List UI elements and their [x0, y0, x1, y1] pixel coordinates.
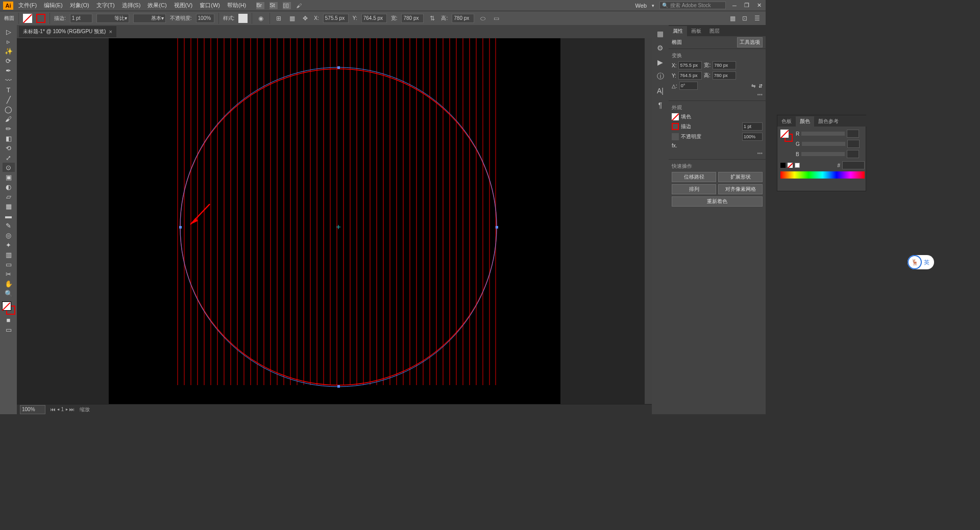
magic-wand-tool[interactable]: ✨: [3, 46, 15, 56]
shape-icon[interactable]: ⬭: [478, 14, 487, 23]
x-input[interactable]: 575.5 px: [323, 14, 349, 23]
hand-tool[interactable]: ✋: [3, 279, 15, 288]
stroke-swatch[interactable]: [36, 14, 45, 23]
arrange-icon[interactable]: ▯▯: [283, 2, 291, 9]
mesh-tool[interactable]: ▦: [3, 201, 15, 211]
selection-tool[interactable]: ▷: [3, 27, 15, 36]
flip-h-icon[interactable]: ⇋: [751, 83, 755, 89]
direct-selection-tool[interactable]: ▹: [3, 37, 15, 46]
expand-shape-button[interactable]: 扩展形状: [718, 172, 763, 182]
document-profile[interactable]: Web: [635, 3, 647, 9]
info-icon[interactable]: ⓘ: [655, 71, 666, 82]
transform-icon[interactable]: ▦: [287, 14, 297, 23]
style-swatch[interactable]: [238, 14, 248, 23]
brush-definition[interactable]: 基本 ▾: [133, 14, 166, 23]
shape-builder-tool[interactable]: ◐: [3, 182, 15, 191]
panel-menu-icon[interactable]: ☰: [752, 14, 762, 23]
blend-tool[interactable]: ◎: [3, 231, 15, 240]
prop-stroke-weight-input[interactable]: 1 pt: [742, 122, 763, 131]
ellipse-tool[interactable]: ◯: [3, 105, 15, 114]
zoom-input[interactable]: 100%: [20, 405, 45, 414]
menu-effect[interactable]: 效果(C): [148, 2, 166, 9]
recolor-icon[interactable]: ◉: [256, 14, 265, 23]
actions-icon[interactable]: ▶: [655, 57, 666, 68]
tab-artboards[interactable]: 画板: [687, 26, 705, 36]
artboard-tool[interactable]: ▭: [3, 260, 15, 269]
eyedropper-tool[interactable]: ✎: [3, 221, 15, 230]
prop-angle-input[interactable]: 0°: [679, 82, 698, 90]
scale-tool[interactable]: ⤢: [3, 153, 15, 162]
graph-tool[interactable]: ▥: [3, 250, 15, 259]
stock-icon[interactable]: St: [270, 2, 278, 9]
prop-stroke-swatch[interactable]: [672, 123, 679, 130]
shape-options-button[interactable]: 工具选项: [737, 37, 763, 47]
artboard[interactable]: [109, 38, 560, 404]
screen-mode-toggle[interactable]: ▭: [3, 325, 15, 334]
menu-file[interactable]: 文件(F): [18, 2, 37, 9]
zoom-tool[interactable]: 🔍: [3, 289, 15, 298]
recolor-button[interactable]: 重新着色: [672, 196, 763, 207]
paintbrush-tool[interactable]: 🖌: [3, 114, 15, 123]
align-pixel-grid-button[interactable]: 对齐像素网格: [718, 184, 763, 194]
menu-help[interactable]: 帮助(H): [227, 2, 246, 9]
perspective-tool[interactable]: ▱: [3, 192, 15, 201]
page-nav[interactable]: ⏮ ◀ 1 ▶ ⏭: [51, 407, 75, 412]
stroke-weight-input[interactable]: 1 pt: [70, 14, 92, 23]
menu-type[interactable]: 文字(T): [96, 2, 115, 9]
prop-x-input[interactable]: 575.5 px: [678, 61, 702, 69]
rotate-tool[interactable]: ⟲: [3, 143, 15, 153]
glyph-icon[interactable]: A|: [655, 85, 666, 96]
flip-v-icon[interactable]: ⇵: [758, 83, 763, 89]
menu-window[interactable]: 窗口(W): [200, 2, 220, 9]
free-transform-tool[interactable]: ▣: [3, 172, 15, 182]
close-window-button[interactable]: ✕: [755, 2, 763, 9]
pen-tool[interactable]: ✒: [3, 66, 15, 75]
minimize-button[interactable]: ─: [731, 2, 738, 9]
prop-fill-swatch[interactable]: [672, 113, 679, 120]
fill-swatch[interactable]: [23, 14, 32, 23]
anchor-icon[interactable]: ✥: [301, 14, 310, 23]
search-input[interactable]: 🔍搜索 Adobe Stock: [659, 2, 726, 9]
paragraph-icon[interactable]: ¶: [655, 99, 666, 111]
opacity-input[interactable]: 100%: [196, 14, 214, 23]
fx-button[interactable]: fx.: [672, 143, 677, 148]
vertical-scrollbar[interactable]: [645, 38, 652, 404]
variable-width-profile[interactable]: 等比 ▾: [96, 14, 129, 23]
prop-y-input[interactable]: 764.5 px: [678, 71, 702, 80]
symbol-tool[interactable]: ✦: [3, 240, 15, 249]
menu-view[interactable]: 视图(V): [174, 2, 193, 9]
link-wh-icon[interactable]: ⇅: [428, 14, 437, 23]
prop-h-input[interactable]: 780 px: [713, 71, 736, 80]
bridge-icon[interactable]: Br: [256, 2, 264, 9]
tab-close-button[interactable]: ×: [109, 29, 112, 35]
tab-layers[interactable]: 图层: [705, 26, 724, 36]
type-tool[interactable]: T: [3, 85, 15, 94]
shaper-tool[interactable]: ✏: [3, 124, 15, 133]
align-icon[interactable]: ⊞: [274, 14, 283, 23]
menu-edit[interactable]: 编辑(E): [44, 2, 63, 9]
w-input[interactable]: 780 px: [401, 14, 424, 23]
menu-object[interactable]: 对象(O): [70, 2, 89, 9]
gradient-tool[interactable]: ▬: [3, 211, 15, 220]
maximize-button[interactable]: ❐: [743, 2, 750, 9]
prop-opacity-input[interactable]: 100%: [742, 133, 763, 141]
color-mode-toggle[interactable]: ■: [3, 315, 15, 324]
isolate-icon[interactable]: ▭: [492, 14, 501, 23]
gpu-icon[interactable]: 🖌: [296, 3, 302, 9]
eraser-tool[interactable]: ◧: [3, 134, 15, 143]
snap-icon[interactable]: ⊡: [740, 14, 749, 23]
tab-properties[interactable]: 属性: [669, 26, 687, 36]
fill-stroke-swatches[interactable]: [2, 301, 15, 315]
line-tool[interactable]: ╱: [3, 95, 15, 104]
document-tab[interactable]: 未标题-1* @ 100% (RGB/GPU 预览) ×: [19, 26, 116, 37]
libraries-icon[interactable]: ▦: [655, 28, 666, 39]
curvature-tool[interactable]: 〰: [3, 75, 15, 85]
lasso-tool[interactable]: ⟳: [3, 56, 15, 65]
properties-shortcut-icon[interactable]: ⚙: [655, 42, 666, 54]
slice-tool[interactable]: ✂: [3, 269, 15, 279]
menu-select[interactable]: 选择(S): [122, 2, 141, 9]
h-input[interactable]: 780 px: [452, 14, 474, 23]
arrange-button[interactable]: 排列: [672, 184, 716, 194]
y-input[interactable]: 764.5 px: [361, 14, 387, 23]
prop-w-input[interactable]: 780 px: [713, 61, 736, 69]
